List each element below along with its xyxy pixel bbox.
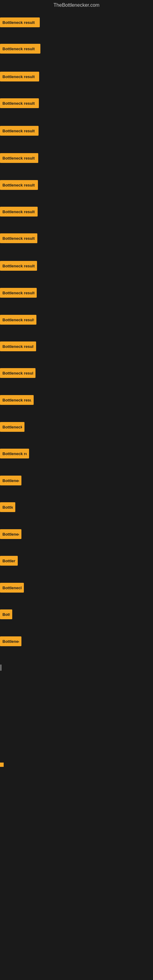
- bottleneck-label: Bottleneck result: [2, 129, 35, 133]
- bottleneck-item[interactable]: Bottleneck result: [0, 44, 40, 54]
- small-rect: [0, 762, 4, 767]
- bottleneck-label: Bottleneck result: [2, 344, 33, 349]
- bottleneck-item[interactable]: Bottlen: [0, 556, 18, 566]
- bottleneck-label: Bottlen: [2, 558, 15, 563]
- bottleneck-item[interactable]: Bottleneck result: [0, 233, 37, 243]
- bottleneck-item[interactable]: Bottlenec: [0, 476, 21, 485]
- bottleneck-label: Bottleneck resu: [2, 398, 31, 402]
- cursor-line: [1, 665, 1, 671]
- bottleneck-item[interactable]: Bottleneck result: [0, 261, 37, 271]
- bottleneck-item[interactable]: Bottlenec: [0, 529, 21, 539]
- bottleneck-item[interactable]: Bottleneck result: [0, 153, 38, 163]
- bottleneck-label: Bottleneck result: [2, 236, 35, 241]
- bottleneck-label: Bottleneck result: [2, 101, 35, 106]
- bottleneck-item[interactable]: Bottleneck: [0, 583, 24, 593]
- bottleneck-item[interactable]: Bottlenec: [0, 636, 21, 646]
- bottleneck-item[interactable]: Bottleneck result: [0, 342, 36, 351]
- bottleneck-label: Bottleneck result: [2, 75, 35, 79]
- bottleneck-label: Bottlenec: [2, 532, 19, 536]
- bottleneck-label: Bottlenec: [2, 478, 19, 483]
- bottleneck-item[interactable]: Bottleneck result: [0, 18, 40, 27]
- bottleneck-item[interactable]: Bottleneck result: [0, 315, 37, 325]
- bottleneck-label: Bottleneck result: [2, 210, 35, 214]
- bottleneck-label: Bottleneck result: [2, 291, 34, 295]
- bottleneck-label: Bottleneck result: [2, 156, 35, 161]
- bottleneck-item[interactable]: Bottleneck result: [0, 72, 39, 81]
- bottleneck-item[interactable]: Bottleneck result: [0, 368, 35, 378]
- bottleneck-label: Bottleneck result: [2, 183, 35, 188]
- bottleneck-label: Bottleneck result: [2, 371, 33, 375]
- bottleneck-label: Bottleneck re: [2, 452, 27, 456]
- bottleneck-label: Bottlenec: [2, 639, 19, 644]
- bottleneck-label: Bottleneck: [2, 585, 21, 590]
- bottleneck-label: Bottleneck result: [2, 264, 35, 268]
- bottleneck-item[interactable]: Bottleneck result: [0, 180, 38, 190]
- bottleneck-label: Bottleneck result: [2, 20, 35, 25]
- bottleneck-item[interactable]: Bottleneck result: [0, 98, 39, 108]
- bottleneck-item[interactable]: Bottle: [0, 502, 15, 512]
- bottleneck-item[interactable]: Bott: [0, 609, 12, 619]
- bottleneck-item[interactable]: Bottleneck resu: [0, 395, 33, 405]
- bottleneck-label: Bottleneck result: [2, 46, 35, 51]
- bottleneck-item[interactable]: Bottleneck re: [0, 449, 29, 458]
- bottleneck-item[interactable]: Bottleneck result: [0, 207, 38, 216]
- bottleneck-item[interactable]: Bottleneck result: [0, 126, 38, 136]
- bottleneck-label: Bottleneck result: [2, 318, 34, 322]
- bottleneck-label: Bottleneck: [2, 425, 22, 430]
- bottleneck-item[interactable]: Bottleneck result: [0, 288, 37, 298]
- bottleneck-item[interactable]: Bottleneck: [0, 422, 24, 432]
- bottleneck-label: Bott: [2, 612, 10, 617]
- bottleneck-label: Bottle: [2, 505, 13, 510]
- site-title: TheBottlenecker.com: [0, 0, 153, 10]
